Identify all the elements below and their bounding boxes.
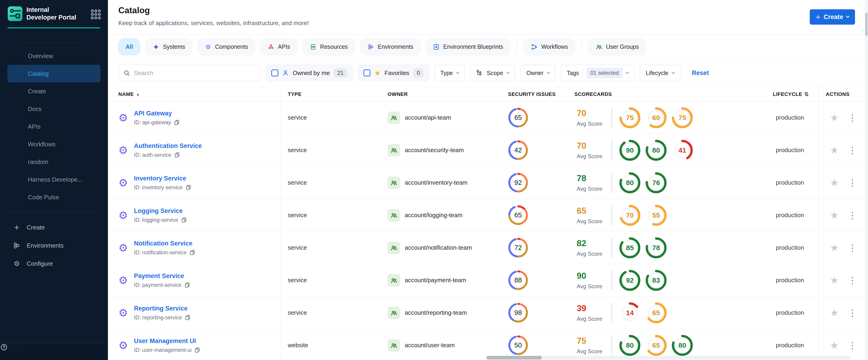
- avg-score-value: 78: [577, 174, 612, 183]
- tab-label: User Groups: [606, 43, 639, 50]
- sidebar-item-label: Create: [27, 224, 45, 231]
- kebab-menu-icon[interactable]: ⋮: [848, 243, 857, 252]
- vertical-scrollbar[interactable]: [865, 0, 868, 360]
- filter-dropdown-scope[interactable]: Scope: [470, 65, 515, 81]
- sidebar-item-docs[interactable]: Docs: [7, 100, 100, 118]
- owned-by-me-filter[interactable]: Owned by me 21: [266, 65, 352, 81]
- entity-name-link[interactable]: Authentication Service: [134, 142, 202, 150]
- owner-name[interactable]: account/notification-team: [405, 244, 472, 251]
- svg-text:⚙: ⚙: [14, 260, 20, 267]
- kebab-menu-icon[interactable]: ⋮: [848, 146, 857, 155]
- owner-name[interactable]: account/security-team: [405, 147, 464, 154]
- copy-icon[interactable]: [184, 282, 190, 288]
- owner-name[interactable]: account/user-team: [405, 342, 455, 349]
- reset-filters-link[interactable]: Reset: [692, 69, 709, 77]
- tab-apis[interactable]: APIs: [260, 38, 298, 55]
- column-header-lifecycle[interactable]: LIFECYCLE⇅: [761, 87, 818, 101]
- sidebar-item-random[interactable]: random: [7, 153, 100, 171]
- entity-name-link[interactable]: API Gateway: [134, 110, 180, 117]
- favorite-star-icon[interactable]: ★: [830, 145, 839, 155]
- horizontal-scrollbar[interactable]: [486, 356, 850, 360]
- sidebar-item-overview[interactable]: Overview: [7, 47, 100, 65]
- favorites-label: Favorites: [384, 69, 409, 77]
- owner-name[interactable]: account/logging-team: [405, 212, 463, 219]
- filter-dropdown-type[interactable]: Type: [434, 65, 465, 81]
- owner-name[interactable]: account/payment-team: [405, 277, 466, 284]
- tab-user-groups[interactable]: User Groups: [588, 38, 646, 55]
- table-row-authentication-service: ⚙Authentication ServiceID: auth-services…: [108, 134, 868, 167]
- favorite-star-icon[interactable]: ★: [830, 210, 839, 220]
- owner-name[interactable]: account/api-team: [405, 114, 451, 121]
- owned-by-me-checkbox[interactable]: [271, 69, 278, 77]
- favorite-star-icon[interactable]: ★: [830, 308, 839, 318]
- sidebar-item-code-pulse[interactable]: Code Pulse: [7, 188, 100, 206]
- copy-icon[interactable]: [181, 217, 187, 223]
- tab-systems[interactable]: Systems: [145, 38, 192, 55]
- horizontal-scrollbar-thumb[interactable]: [486, 356, 542, 360]
- favorites-checkbox[interactable]: [364, 69, 370, 77]
- scorecard-ring: 80: [619, 172, 641, 194]
- sidebar-item-catalog[interactable]: Catalog: [7, 65, 100, 83]
- sidebar-item-create[interactable]: +Create: [0, 218, 108, 236]
- entity-name-link[interactable]: User Management UI: [134, 337, 200, 345]
- filter-dropdown-tags[interactable]: Tags01 selected: [561, 65, 634, 81]
- scorecard-value: 55: [645, 204, 668, 227]
- favorite-star-icon[interactable]: ★: [830, 243, 839, 253]
- tab-components[interactable]: ⚙Components: [197, 38, 255, 55]
- gear-outline-icon: ⚙: [205, 43, 212, 51]
- app-switcher-grid-icon[interactable]: [90, 8, 102, 21]
- kebab-menu-icon[interactable]: ⋮: [848, 211, 857, 220]
- entity-id: ID: user-management-ui: [134, 347, 191, 353]
- tab-workflows[interactable]: Workflows: [524, 38, 575, 55]
- sidebar-item-configure[interactable]: ⚙Configure: [0, 254, 108, 273]
- copy-icon[interactable]: [185, 314, 191, 321]
- copy-icon[interactable]: [185, 184, 191, 190]
- entity-name-link[interactable]: Logging Service: [134, 207, 187, 215]
- sidebar-item-help[interactable]: Help: [0, 343, 108, 360]
- favorite-star-icon[interactable]: ★: [830, 340, 839, 350]
- sidebar-item-harness-develope[interactable]: Harness Develope...: [7, 171, 100, 188]
- chevron-down-icon: [846, 14, 850, 18]
- favorite-star-icon[interactable]: ★: [830, 178, 839, 188]
- scorecard-value: 92: [619, 269, 641, 292]
- sidebar-item-workflows[interactable]: Workflows: [7, 136, 100, 153]
- column-header-name[interactable]: NAME▲: [108, 87, 281, 101]
- sidebar-item-apis[interactable]: APIs: [7, 118, 100, 136]
- vertical-scrollbar-thumb[interactable]: [865, 13, 868, 36]
- lifecycle-value: production: [761, 167, 818, 199]
- scorecard-value: 76: [645, 172, 668, 194]
- create-button[interactable]: + Create: [810, 9, 855, 25]
- copy-icon[interactable]: [189, 249, 195, 256]
- kebab-menu-icon[interactable]: ⋮: [848, 308, 857, 317]
- copy-icon[interactable]: [174, 119, 180, 125]
- sidebar-item-create[interactable]: Create: [7, 83, 100, 100]
- favorite-star-icon[interactable]: ★: [830, 113, 839, 123]
- filter-dropdown-lifecycle[interactable]: Lifecycle: [640, 65, 680, 81]
- sidebar-item-environments[interactable]: Environments: [0, 236, 108, 254]
- copy-icon[interactable]: [174, 152, 180, 158]
- copy-icon[interactable]: [194, 347, 200, 353]
- tab-all[interactable]: All: [118, 38, 140, 55]
- kebab-menu-icon[interactable]: ⋮: [848, 113, 857, 122]
- tab-resources[interactable]: Resources: [302, 38, 355, 55]
- entity-name-link[interactable]: Inventory Service: [134, 175, 191, 182]
- favorites-filter[interactable]: ★ Favorites 0: [358, 65, 429, 81]
- tab-environment-blueprints[interactable]: Environment Blueprints: [426, 38, 510, 55]
- tab-environments[interactable]: Environments: [360, 38, 421, 55]
- people-icon: [390, 277, 398, 284]
- search-box[interactable]: [118, 65, 260, 81]
- entity-name-link[interactable]: Reporting Service: [134, 305, 191, 312]
- kebab-menu-icon[interactable]: ⋮: [848, 341, 857, 350]
- column-header-scorecards: SCORECARDS: [567, 87, 761, 101]
- kebab-menu-icon[interactable]: ⋮: [848, 178, 857, 187]
- favorite-star-icon[interactable]: ★: [830, 275, 839, 285]
- entity-name-link[interactable]: Payment Service: [134, 272, 190, 280]
- owner-name[interactable]: account/reporting-team: [405, 309, 467, 316]
- entity-name-link[interactable]: Notification Service: [134, 240, 195, 247]
- scorecard-value: 78: [645, 236, 668, 259]
- lifecycle-value: production: [761, 101, 818, 134]
- filter-dropdown-owner[interactable]: Owner: [521, 65, 555, 81]
- owner-name[interactable]: account/inventory-team: [405, 179, 467, 186]
- kebab-menu-icon[interactable]: ⋮: [848, 276, 857, 285]
- search-input[interactable]: [134, 69, 255, 77]
